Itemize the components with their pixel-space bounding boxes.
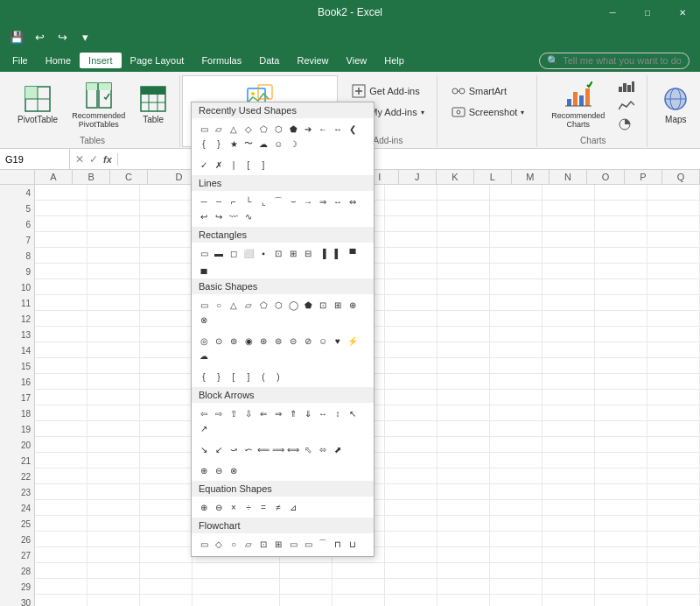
cell[interactable] [35,279,88,295]
arrow-b17[interactable]: ⟸ [256,442,270,456]
col-header-j[interactable]: J [399,170,437,184]
shape-octagon[interactable]: ⬟ [286,122,300,136]
cell[interactable] [35,563,88,579]
cell[interactable] [88,453,140,469]
cell[interactable] [140,563,192,579]
arrow-b25[interactable]: ⊗ [227,463,241,477]
cell[interactable] [140,453,192,469]
shape-wave[interactable]: 〜 [242,137,256,151]
col-header-p[interactable]: P [625,170,662,184]
bar-chart-btn[interactable] [613,77,640,95]
undo-btn[interactable]: ↩ [30,27,49,46]
cell[interactable] [542,264,595,279]
cell[interactable] [385,563,438,579]
cell[interactable] [438,469,490,484]
shape-arrow-l[interactable]: ← [316,122,330,136]
cell[interactable] [35,453,88,469]
arrow-b23[interactable]: ⊕ [197,463,211,477]
cell[interactable] [648,532,700,547]
cell[interactable] [648,374,700,390]
cell[interactable] [385,579,438,595]
screenshot-button[interactable]: Screenshot ▾ [446,102,530,122]
cell[interactable] [385,484,438,500]
cell[interactable] [490,484,542,500]
cell[interactable] [648,295,700,311]
basic-5[interactable]: ⬠ [256,298,270,312]
cell[interactable] [438,185,490,201]
rect-7[interactable]: ⊞ [286,246,300,260]
cell[interactable] [542,201,595,216]
cell[interactable] [648,500,700,516]
cell[interactable] [88,279,140,295]
rect-6[interactable]: ⊡ [271,246,285,260]
cell[interactable] [385,421,438,437]
cell[interactable] [280,595,332,606]
basic-22[interactable]: ♥ [331,334,345,348]
cell[interactable] [490,547,542,563]
arrow-b16[interactable]: ⤺ [242,442,256,456]
cell[interactable] [648,516,700,532]
cell[interactable] [490,532,542,547]
cell[interactable] [332,563,385,579]
cell[interactable] [648,311,700,327]
cell[interactable] [385,516,438,532]
line-freeform[interactable]: ∿ [242,209,256,223]
cell[interactable] [88,595,140,606]
cell[interactable] [542,342,595,358]
cell[interactable] [438,374,490,390]
fc-8[interactable]: ▭ [301,537,315,551]
shape-pentagon[interactable]: ⬠ [256,122,270,136]
cell[interactable] [595,405,648,421]
redo-btn[interactable]: ↪ [52,27,72,46]
line-angle1[interactable]: ⌐ [227,194,241,208]
cell[interactable] [542,547,595,563]
cell[interactable] [88,547,140,563]
cell[interactable] [438,342,490,358]
line-curve4[interactable]: ↪ [212,209,226,223]
cell[interactable] [438,437,490,453]
cell[interactable] [595,532,648,547]
cell[interactable] [385,327,438,342]
cell[interactable] [140,342,192,358]
arrow-b2[interactable]: ⇨ [212,406,226,420]
cell[interactable] [35,264,88,279]
cell[interactable] [35,421,88,437]
shape-parallelogram[interactable]: ▱ [212,122,226,136]
basic-26[interactable]: } [212,370,226,384]
rect-10[interactable]: ▌ [331,246,345,260]
cell[interactable] [438,279,490,295]
cell[interactable] [490,201,542,216]
cell[interactable] [542,279,595,295]
cell[interactable] [648,185,700,201]
cell[interactable] [35,500,88,516]
close-button[interactable]: ✕ [665,0,700,25]
cell[interactable] [438,563,490,579]
cell[interactable] [438,453,490,469]
cell[interactable] [648,405,700,421]
line-arrow2[interactable]: ⇒ [316,194,330,208]
arrow-b15[interactable]: ⤻ [227,442,241,456]
cell[interactable] [595,547,648,563]
save-quick-btn[interactable]: 💾 [7,27,26,46]
menu-formulas[interactable]: Formulas [192,53,250,68]
cell[interactable] [438,248,490,264]
recommended-pivottables-button[interactable]: RecommendedPivotTables [66,79,130,131]
cell[interactable] [35,469,88,484]
cell[interactable] [385,185,438,201]
cell[interactable] [490,295,542,311]
arrow-b12[interactable]: ↗ [197,421,211,435]
cell[interactable] [438,516,490,532]
arrow-b4[interactable]: ⇩ [242,406,256,420]
cell[interactable] [648,453,700,469]
arrow-b3[interactable]: ⇧ [227,406,241,420]
basic-28[interactable]: ] [242,370,256,384]
line-arrow4[interactable]: ⇔ [346,194,360,208]
cell[interactable] [280,579,332,595]
arrow-b13[interactable]: ↘ [197,442,211,456]
cell[interactable] [385,500,438,516]
cell[interactable] [595,390,648,405]
fc-2[interactable]: ◇ [212,537,226,551]
cell[interactable] [88,342,140,358]
confirm-formula-btn[interactable]: ✓ [88,153,100,166]
rect-9[interactable]: ▐ [316,246,330,260]
